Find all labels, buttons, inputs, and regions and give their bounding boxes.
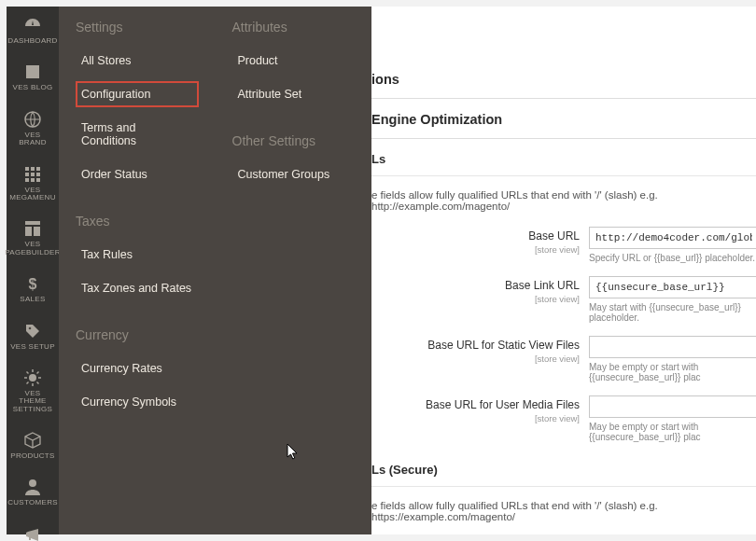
- rail-item-vesmega[interactable]: VES MEGAMENU: [7, 156, 59, 211]
- rail-label: VES MEGAMENU: [9, 187, 56, 202]
- svg-rect-3: [36, 167, 40, 171]
- field-row-base-media-url: Base URL for User Media Files[store view…: [371, 390, 756, 450]
- rail-item-vestheme[interactable]: VES THEME SETTINGS: [7, 359, 59, 422]
- svg-point-14: [29, 326, 32, 329]
- flyout-heading-settings: Settings: [76, 20, 199, 35]
- globe-icon: [23, 110, 42, 129]
- svg-rect-6: [36, 173, 40, 176]
- svg-line-22: [37, 371, 39, 373]
- flyout-item-terms[interactable]: Terms and Conditions: [76, 115, 199, 154]
- field-label: Base URL for Static View Files: [427, 339, 580, 352]
- field-hint: Specify URL or {{base_url}} placeholder.: [589, 253, 756, 263]
- field-row-base-static-url: Base URL for Static View Files[store vie…: [371, 330, 756, 390]
- rail-label: CUSTOMERS: [7, 499, 58, 506]
- svg-rect-9: [36, 178, 40, 182]
- rail-label: DASHBOARD: [7, 37, 57, 45]
- svg-text:$: $: [29, 276, 37, 292]
- group-header-base-urls-secure[interactable]: Ls (Secure): [371, 450, 756, 487]
- field-label: Base URL: [528, 229, 580, 243]
- flyout-item-tax-rules[interactable]: Tax Rules: [76, 242, 199, 268]
- svg-line-23: [27, 381, 29, 383]
- field-scope: [store view]: [371, 354, 580, 364]
- rail-item-marketing[interactable]: MARKETING: [7, 516, 59, 541]
- field-label: Base URL for User Media Files: [426, 398, 580, 411]
- svg-point-24: [29, 479, 36, 487]
- svg-rect-10: [25, 221, 40, 225]
- rail-label: VES BLOG: [13, 84, 53, 91]
- field-scope: [store view]: [371, 244, 580, 255]
- section-header[interactable]: ions: [371, 7, 756, 99]
- cube-icon: [23, 431, 42, 450]
- rail-item-sales[interactable]: $ SALES: [7, 265, 59, 312]
- svg-rect-11: [25, 227, 32, 236]
- field-row-secure-base-url: Secure Base URL[store view] Specify URL …: [371, 532, 756, 534]
- svg-rect-7: [25, 178, 29, 182]
- field-label: Base Link URL: [505, 279, 580, 292]
- field-scope: [store view]: [371, 413, 580, 423]
- svg-rect-1: [25, 167, 29, 171]
- admin-rail: DASHBOARD VES BLOG VES BRAND VES MEGAMEN…: [7, 7, 59, 534]
- rail-label: VES THEME SETTINGS: [10, 390, 55, 413]
- svg-rect-8: [31, 178, 35, 182]
- flyout-heading-taxes: Taxes: [76, 214, 199, 229]
- field-hint: May be empty or start with {{unsecure_ba…: [589, 362, 756, 382]
- field-scope: [store view]: [371, 294, 580, 304]
- stores-flyout: Settings All Stores Configuration Terms …: [59, 7, 371, 534]
- field-hint: May be empty or start with {{unsecure_ba…: [589, 422, 756, 442]
- base-link-url-input[interactable]: [589, 276, 756, 298]
- config-main: ions Engine Optimization Ls e fields all…: [371, 7, 756, 534]
- rail-item-vesblog[interactable]: VES BLOG: [7, 53, 59, 100]
- flyout-item-customer-groups[interactable]: Customer Groups: [232, 161, 356, 187]
- gauge-icon: [23, 16, 42, 35]
- flyout-heading-attributes: Attributes: [232, 20, 356, 35]
- rail-item-customers[interactable]: CUSTOMERS: [7, 468, 59, 515]
- field-row-base-url: Base URL[store view] Specify URL or {{ba…: [371, 221, 756, 270]
- flyout-item-product[interactable]: Product: [232, 48, 356, 74]
- person-icon: [23, 478, 42, 496]
- flyout-item-configuration[interactable]: Configuration: [76, 81, 199, 107]
- svg-rect-4: [25, 173, 29, 176]
- rail-label: VES SETUP: [10, 343, 55, 351]
- svg-rect-2: [31, 167, 35, 171]
- svg-line-20: [27, 371, 29, 373]
- flyout-item-currency-rates[interactable]: Currency Rates: [76, 355, 199, 381]
- flyout-col-1: Settings All Stores Configuration Terms …: [59, 7, 216, 534]
- flyout-item-order-status[interactable]: Order Status: [76, 161, 199, 187]
- sun-icon: [23, 368, 42, 387]
- megaphone-icon: [23, 525, 42, 541]
- section-header-seo[interactable]: Engine Optimization: [371, 99, 756, 139]
- svg-rect-12: [34, 227, 40, 236]
- rail-label: VES PAGEBUILDER: [5, 241, 61, 257]
- rail-item-products[interactable]: PRODUCTS: [7, 422, 59, 468]
- layout-icon: [23, 219, 42, 238]
- base-url-input[interactable]: [589, 227, 756, 249]
- rail-label: PRODUCTS: [10, 452, 54, 460]
- flyout-item-currency-symbols[interactable]: Currency Symbols: [76, 389, 199, 415]
- mouse-cursor-icon: [287, 443, 300, 465]
- newspaper-icon: [23, 62, 42, 81]
- rail-item-vessetup[interactable]: VES SETUP: [7, 312, 59, 359]
- svg-point-15: [29, 374, 36, 381]
- rail-item-vespagebuilder[interactable]: VES PAGEBUILDER: [7, 210, 59, 265]
- field-row-base-link-url: Base Link URL[store view] May start with…: [371, 270, 756, 330]
- rail-label: VES BRAND: [10, 132, 55, 147]
- grid-icon: [23, 165, 42, 184]
- group-description: e fields allow fully qualified URLs that…: [371, 176, 756, 221]
- group-header-base-urls[interactable]: Ls: [371, 139, 756, 176]
- tag-icon: [23, 322, 42, 340]
- svg-rect-5: [31, 173, 35, 176]
- dollar-icon: $: [23, 274, 42, 293]
- flyout-item-tax-zones[interactable]: Tax Zones and Rates: [76, 275, 199, 301]
- rail-item-vesbrand[interactable]: VES BRAND: [7, 101, 59, 156]
- rail-label: SALES: [20, 296, 45, 303]
- base-static-url-input[interactable]: [589, 336, 756, 358]
- flyout-heading-currency: Currency: [76, 327, 199, 342]
- flyout-item-attribute-set[interactable]: Attribute Set: [232, 81, 356, 107]
- flyout-heading-other-settings: Other Settings: [232, 133, 356, 148]
- svg-line-21: [37, 381, 39, 383]
- field-hint: May start with {{unsecure_base_url}} pla…: [589, 302, 756, 323]
- base-media-url-input[interactable]: [589, 395, 756, 418]
- rail-item-dashboard[interactable]: DASHBOARD: [7, 7, 59, 53]
- group-description: e fields allow fully qualified URLs that…: [371, 487, 756, 532]
- flyout-item-all-stores[interactable]: All Stores: [76, 48, 199, 74]
